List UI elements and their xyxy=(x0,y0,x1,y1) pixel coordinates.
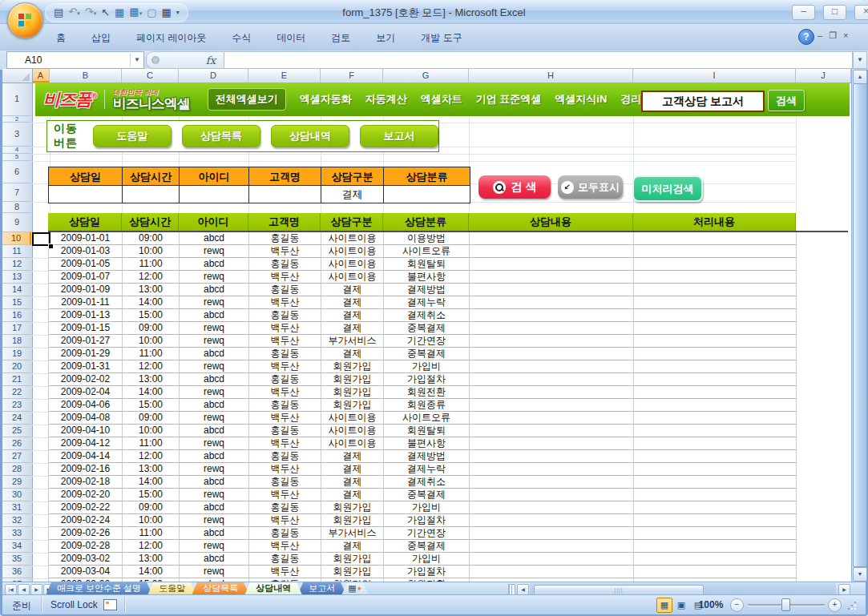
cell[interactable] xyxy=(634,271,797,284)
cell[interactable] xyxy=(634,501,797,514)
cell[interactable]: 14:00 xyxy=(123,296,180,309)
ribbon-tab-6[interactable]: 검토 xyxy=(321,29,360,47)
row-header-2[interactable]: 2 xyxy=(2,116,31,123)
cell[interactable]: 15:00 xyxy=(123,399,180,412)
row-header-28[interactable]: 28 xyxy=(2,463,31,476)
row-header-12[interactable]: 12 xyxy=(2,258,31,271)
cell[interactable]: 15:00 xyxy=(123,309,180,322)
cell[interactable]: 2009-01-07 xyxy=(49,271,123,284)
fill-handle[interactable] xyxy=(48,244,54,249)
cell[interactable]: 13:00 xyxy=(123,553,180,566)
cell[interactable]: 2009-02-24 xyxy=(49,514,123,527)
report-title-box[interactable]: 고객상담 보고서 xyxy=(641,91,765,112)
cell[interactable]: 결제 xyxy=(321,476,384,489)
cell[interactable]: 2009-01-27 xyxy=(49,335,123,348)
cell[interactable]: 결제 xyxy=(321,348,384,360)
cell[interactable]: 2009-03-04 xyxy=(49,566,123,578)
cell[interactable] xyxy=(470,284,634,296)
row-header-15[interactable]: 15 xyxy=(2,296,31,309)
cell[interactable]: 결제방법 xyxy=(384,284,470,296)
cell[interactable]: 09:00 xyxy=(123,501,180,514)
column-header-D[interactable]: D xyxy=(179,69,248,83)
cell[interactable]: 2009-04-08 xyxy=(49,412,123,425)
resize-grip[interactable] xyxy=(846,602,856,611)
column-header-A[interactable]: A xyxy=(32,69,50,83)
cell[interactable]: 2009-01-03 xyxy=(49,245,123,258)
cell[interactable]: 10:00 xyxy=(123,245,180,258)
cell[interactable]: 2009-01-15 xyxy=(49,322,123,335)
sheet-tab-3[interactable]: 상담목록 xyxy=(192,582,249,595)
row-header-33[interactable]: 33 xyxy=(2,527,31,540)
cell[interactable] xyxy=(634,373,797,386)
cell[interactable]: 기간연장 xyxy=(384,335,470,348)
insert-sheet-tab[interactable]: ▦✦ xyxy=(341,582,369,595)
cell[interactable] xyxy=(470,412,634,425)
filter-value-cell[interactable] xyxy=(49,186,123,203)
row-header-16[interactable]: 16 xyxy=(2,309,31,322)
cell[interactable]: 2009-02-16 xyxy=(49,463,123,476)
cell[interactable]: rewq xyxy=(180,360,249,373)
cell[interactable] xyxy=(470,514,634,527)
band-menu-item-2[interactable]: 엑셀자동화 xyxy=(300,92,352,107)
cell[interactable] xyxy=(634,412,797,425)
cell[interactable] xyxy=(634,463,797,476)
cell[interactable] xyxy=(470,232,634,245)
row-header-11[interactable]: 11 xyxy=(2,245,31,258)
cell[interactable]: rewq xyxy=(180,489,249,501)
cell[interactable] xyxy=(470,399,634,412)
cell[interactable]: 부가서비스 xyxy=(321,527,384,540)
scroll-down-icon[interactable]: ▼ xyxy=(853,567,867,582)
row-header-36[interactable]: 36 xyxy=(2,566,31,578)
cell[interactable]: abcd xyxy=(180,309,249,322)
vertical-scroll-thumb[interactable] xyxy=(853,83,867,567)
row-header-32[interactable]: 32 xyxy=(2,514,31,527)
cell[interactable]: abcd xyxy=(180,425,249,437)
sheet-tab-2[interactable]: 도움말 xyxy=(147,582,196,595)
window-freeze-icon[interactable]: ▢ xyxy=(147,4,156,22)
ribbon-tab-3[interactable]: 페이지 레이아웃 xyxy=(127,29,216,47)
table-dark-icon[interactable]: ▦ xyxy=(161,4,171,22)
cell[interactable]: rewq xyxy=(180,514,249,527)
cell[interactable]: 11:00 xyxy=(123,258,180,271)
cell[interactable]: 백두산 xyxy=(249,245,321,258)
row-header-17[interactable]: 17 xyxy=(2,322,31,335)
cell[interactable]: 결제 xyxy=(321,463,384,476)
cell[interactable] xyxy=(470,540,634,553)
cell[interactable] xyxy=(470,296,634,309)
cell[interactable]: 09:00 xyxy=(123,232,180,245)
row-header-31[interactable]: 31 xyxy=(2,501,31,514)
cell[interactable] xyxy=(634,514,797,527)
cell[interactable]: 백두산 xyxy=(249,296,321,309)
cell[interactable]: 사이트오류 xyxy=(384,245,470,258)
cell[interactable]: 2009-01-29 xyxy=(49,348,123,360)
cell[interactable]: 14:00 xyxy=(123,386,180,399)
band-menu-item-5[interactable]: 기업 표준엑셀 xyxy=(476,92,542,107)
cell[interactable] xyxy=(470,553,634,566)
cell[interactable]: 10:00 xyxy=(123,335,180,348)
cell[interactable] xyxy=(634,232,797,245)
cell[interactable] xyxy=(634,399,797,412)
cell[interactable]: 2009-02-02 xyxy=(49,373,123,386)
cell[interactable]: abcd xyxy=(180,373,249,386)
ribbon-tab-7[interactable]: 보기 xyxy=(366,29,405,47)
cell[interactable] xyxy=(470,322,634,335)
cell[interactable]: 사이트이용 xyxy=(321,412,384,425)
cell[interactable]: 12:00 xyxy=(123,360,180,373)
cell[interactable]: abcd xyxy=(180,348,249,360)
cell[interactable]: rewq xyxy=(180,335,249,348)
maximize-button[interactable]: □ xyxy=(823,5,846,20)
horizontal-scrollbar[interactable]: |||| xyxy=(530,583,836,594)
cell[interactable]: 중복결제 xyxy=(384,489,470,501)
cell[interactable]: 회원가입 xyxy=(321,399,384,412)
row-header-1[interactable]: 1 xyxy=(2,83,31,116)
page-layout-view-icon[interactable]: ▣ xyxy=(673,598,689,613)
cell[interactable]: abcd xyxy=(180,284,249,296)
cell[interactable]: 11:00 xyxy=(123,437,180,450)
cell[interactable]: 사이트이용 xyxy=(321,258,384,271)
cell[interactable] xyxy=(634,527,797,540)
row-header-24[interactable]: 24 xyxy=(2,412,31,425)
cell[interactable]: 홍길동 xyxy=(249,527,321,540)
row-header-3[interactable]: 3 xyxy=(2,123,31,147)
cell[interactable]: 2009-02-04 xyxy=(49,386,123,399)
nav-button-1[interactable]: 도움말 xyxy=(93,125,172,147)
